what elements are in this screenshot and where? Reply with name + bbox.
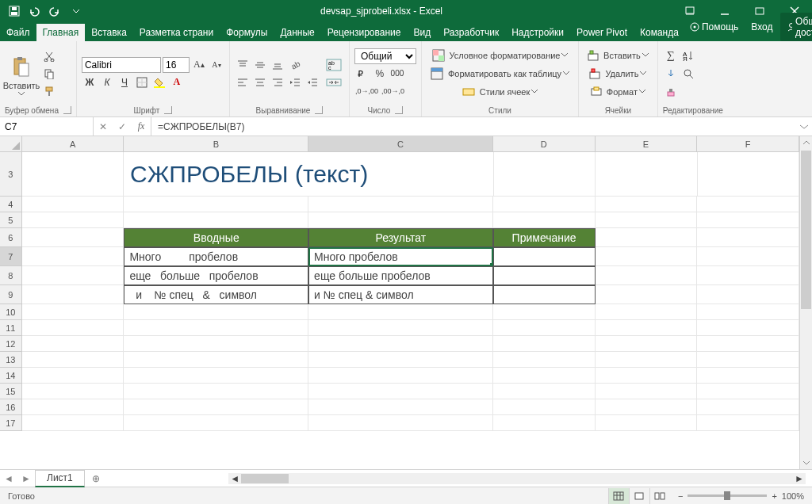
wrap-text-button[interactable]: abc	[324, 57, 344, 73]
cell[interactable]	[124, 368, 308, 384]
name-box[interactable]	[0, 117, 94, 136]
cell[interactable]	[22, 228, 124, 247]
underline-button[interactable]: Ч	[117, 74, 132, 90]
font-launcher[interactable]	[164, 106, 172, 114]
row-header[interactable]: 11	[0, 320, 22, 336]
cell[interactable]	[697, 197, 799, 212]
cell[interactable]	[22, 399, 124, 415]
cell[interactable]	[308, 352, 493, 368]
cell[interactable]	[124, 304, 308, 320]
scroll-thumb[interactable]	[241, 474, 289, 483]
decrease-decimal-button[interactable]: ,00→,0	[381, 83, 405, 99]
selected-cell[interactable]: Много пробелов	[308, 247, 493, 266]
row-header[interactable]: 13	[0, 352, 22, 368]
decrease-indent-button[interactable]	[287, 74, 303, 90]
fill-color-button[interactable]	[151, 74, 167, 90]
cell[interactable]	[22, 247, 124, 266]
cell[interactable]	[308, 197, 493, 212]
row-header[interactable]: 10	[0, 304, 22, 320]
tab-insert[interactable]: Вставка	[85, 24, 133, 41]
align-bottom-button[interactable]	[270, 57, 285, 73]
cell[interactable]	[596, 320, 698, 336]
table-header[interactable]: Результат	[308, 228, 493, 247]
formula-input[interactable]: =СЖПРОБЕЛЫ(B7)	[151, 117, 796, 136]
cell[interactable]	[596, 247, 698, 266]
format-cells-button[interactable]: Формат	[584, 84, 653, 100]
save-button[interactable]	[5, 2, 24, 21]
select-all-button[interactable]	[0, 136, 22, 152]
increase-decimal-button[interactable]: ,0→,00	[354, 83, 379, 99]
cell[interactable]	[124, 336, 308, 352]
cell[interactable]	[22, 368, 124, 384]
cell[interactable]	[697, 285, 799, 304]
sheet-nav-prev[interactable]: ◄	[0, 470, 17, 487]
align-left-button[interactable]	[235, 74, 251, 90]
delete-cells-button[interactable]: Удалить	[584, 66, 653, 82]
tab-review[interactable]: Рецензирование	[321, 24, 408, 41]
table-header[interactable]: Вводные	[124, 228, 308, 247]
orientation-button[interactable]: ab	[287, 57, 303, 73]
cancel-formula-button[interactable]: ✕	[94, 121, 113, 132]
cell[interactable]	[493, 384, 596, 399]
column-header[interactable]: E	[596, 136, 698, 152]
italic-button[interactable]: К	[99, 74, 115, 90]
cell[interactable]	[124, 320, 308, 336]
horizontal-scrollbar[interactable]: ◄ ►	[228, 473, 806, 484]
paste-button[interactable]: Вставить	[5, 43, 38, 104]
row-header[interactable]: 5	[0, 212, 22, 228]
row-header[interactable]: 6	[0, 228, 22, 247]
cut-button[interactable]	[41, 48, 57, 64]
scroll-thumb[interactable]	[801, 151, 811, 309]
cell[interactable]	[22, 152, 124, 197]
table-cell[interactable]: и № спец & символ	[308, 285, 493, 304]
cell[interactable]	[596, 384, 698, 399]
enter-formula-button[interactable]: ✓	[113, 121, 132, 132]
cell[interactable]	[697, 336, 799, 352]
sheet-nav-next[interactable]: ►	[17, 470, 35, 487]
cell[interactable]	[596, 228, 698, 247]
share-button[interactable]: Общий доступ	[780, 13, 812, 41]
table-cell[interactable]	[493, 247, 596, 266]
cell[interactable]	[493, 368, 596, 384]
column-header[interactable]: C	[308, 136, 493, 152]
page-break-view-button[interactable]	[649, 488, 670, 504]
row-header[interactable]: 15	[0, 384, 22, 399]
normal-view-button[interactable]	[608, 488, 629, 504]
align-right-button[interactable]	[270, 74, 285, 90]
name-box-input[interactable]	[0, 121, 93, 132]
cell[interactable]	[22, 320, 124, 336]
bold-button[interactable]: Ж	[82, 74, 98, 90]
tab-home[interactable]: Главная	[36, 24, 86, 41]
cell[interactable]	[596, 285, 698, 304]
new-sheet-button[interactable]: ⊕	[85, 473, 107, 484]
cell[interactable]	[308, 399, 493, 415]
sign-in-button[interactable]: Вход	[746, 18, 777, 36]
number-format-combo[interactable]: Общий	[354, 48, 416, 64]
cell[interactable]	[596, 304, 698, 320]
row-header[interactable]: 12	[0, 336, 22, 352]
find-select-button[interactable]	[680, 66, 696, 82]
insert-cells-button[interactable]: Вставить	[584, 48, 653, 63]
table-cell[interactable]: и № спец & символ	[124, 285, 308, 304]
table-cell[interactable]	[493, 266, 596, 285]
cell[interactable]	[596, 266, 698, 285]
qat-customize[interactable]	[67, 2, 86, 21]
tab-power-pivot[interactable]: Power Pivot	[570, 24, 634, 41]
row-header[interactable]: 7	[0, 247, 22, 266]
cell[interactable]	[596, 152, 697, 197]
cell[interactable]	[596, 197, 698, 212]
cell[interactable]	[124, 197, 308, 212]
cell[interactable]	[308, 320, 493, 336]
autosum-button[interactable]: ∑	[663, 48, 679, 63]
align-top-button[interactable]	[235, 57, 251, 73]
expand-formula-bar-button[interactable]	[796, 117, 812, 136]
cell[interactable]	[310, 152, 494, 197]
cell[interactable]	[697, 228, 799, 247]
cell[interactable]	[596, 352, 698, 368]
cell[interactable]	[596, 212, 698, 228]
scroll-right-button[interactable]: ►	[793, 473, 806, 484]
sheet-tab[interactable]: Лист1	[35, 470, 85, 487]
clear-button[interactable]	[663, 84, 679, 100]
zoom-level[interactable]: 100%	[782, 491, 804, 501]
alignment-launcher[interactable]	[315, 106, 323, 114]
